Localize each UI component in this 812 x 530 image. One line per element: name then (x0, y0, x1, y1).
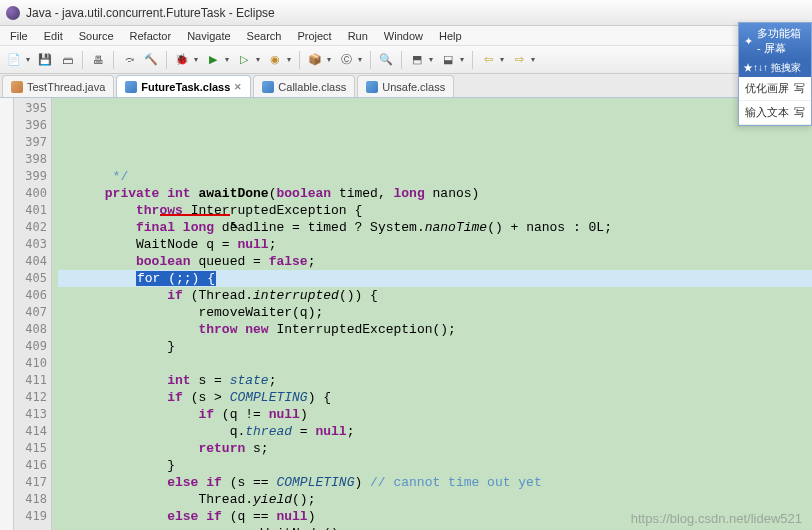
separator (299, 51, 300, 69)
tab-label: TestThread.java (27, 81, 105, 93)
side-panel[interactable]: ✦ 多功能箱 - 屏幕 ★↑↓↑ 拖拽家 优化画屏 写 输入文本 写 (738, 22, 812, 126)
separator (166, 51, 167, 69)
search-button[interactable]: 🔍 (376, 50, 396, 70)
marker-strip[interactable] (0, 98, 14, 530)
dropdown-icon[interactable]: ▾ (287, 55, 294, 64)
separator (401, 51, 402, 69)
line-gutter[interactable]: 395 396 397 398 399 400 401 402 403 404 … (14, 98, 52, 530)
tab-futuretask[interactable]: FutureTask.class ✕ (116, 75, 251, 97)
tab-label: FutureTask.class (141, 81, 230, 93)
panel-row-input[interactable]: 输入文本 写 (739, 101, 811, 125)
window-title: Java - java.util.concurrent.FutureTask -… (26, 6, 275, 20)
separator (370, 51, 371, 69)
task-button[interactable]: ⬓ (438, 50, 458, 70)
menu-search[interactable]: Search (241, 28, 288, 44)
build-button[interactable]: 🔨 (141, 50, 161, 70)
dropdown-icon[interactable]: ▾ (26, 55, 33, 64)
tool-icon: ✦ (744, 35, 753, 48)
code-editor[interactable]: ↖ */ private int awaitDone(boolean timed… (52, 98, 812, 530)
java-file-icon (11, 81, 23, 93)
menu-window[interactable]: Window (378, 28, 429, 44)
toolbar: 📄▾ 💾 🗃 🖶 ⤼ 🔨 🐞▾ ▶▾ ▷▾ ◉▾ 📦▾ Ⓒ▾ 🔍 ⬒▾ ⬓▾ ⇦… (0, 46, 812, 74)
menu-help[interactable]: Help (433, 28, 468, 44)
tab-label: Callable.class (278, 81, 346, 93)
new-button[interactable]: 📄 (4, 50, 24, 70)
tab-callable[interactable]: Callable.class (253, 75, 355, 97)
menu-refactor[interactable]: Refactor (124, 28, 178, 44)
watermark: https://blog.csdn.net/lidew521 (631, 511, 802, 526)
newpkg-button[interactable]: 📦 (305, 50, 325, 70)
eclipse-icon (6, 6, 20, 20)
tab-unsafe[interactable]: Unsafe.class (357, 75, 454, 97)
dropdown-icon[interactable]: ▾ (358, 55, 365, 64)
dropdown-icon[interactable]: ▾ (531, 55, 538, 64)
error-underline (160, 214, 230, 216)
separator (113, 51, 114, 69)
class-file-icon (125, 81, 137, 93)
dropdown-icon[interactable]: ▾ (194, 55, 201, 64)
dropdown-icon[interactable]: ▾ (500, 55, 507, 64)
panel-title[interactable]: ✦ 多功能箱 - 屏幕 (739, 23, 811, 59)
close-icon[interactable]: ✕ (234, 82, 242, 92)
editor-area: 395 396 397 398 399 400 401 402 403 404 … (0, 98, 812, 530)
coverage-button[interactable]: ◉ (265, 50, 285, 70)
dropdown-icon[interactable]: ▾ (460, 55, 467, 64)
print-button[interactable]: 🖶 (88, 50, 108, 70)
class-file-icon (366, 81, 378, 93)
menu-project[interactable]: Project (291, 28, 337, 44)
separator (472, 51, 473, 69)
run-button[interactable]: ▶ (203, 50, 223, 70)
tab-testthread[interactable]: TestThread.java (2, 75, 114, 97)
save-button[interactable]: 💾 (35, 50, 55, 70)
skip-button[interactable]: ⤼ (119, 50, 139, 70)
back-button[interactable]: ⇦ (478, 50, 498, 70)
newclass-button[interactable]: Ⓒ (336, 50, 356, 70)
menu-navigate[interactable]: Navigate (181, 28, 236, 44)
debug-button[interactable]: 🐞 (172, 50, 192, 70)
dropdown-icon[interactable]: ▾ (225, 55, 232, 64)
dropdown-icon[interactable]: ▾ (256, 55, 263, 64)
dropdown-icon[interactable]: ▾ (327, 55, 334, 64)
editor-tabs: TestThread.java FutureTask.class ✕ Calla… (0, 74, 812, 98)
separator (82, 51, 83, 69)
menu-source[interactable]: Source (73, 28, 120, 44)
dropdown-icon[interactable]: ▾ (429, 55, 436, 64)
menu-edit[interactable]: Edit (38, 28, 69, 44)
panel-subtitle: ★↑↓↑ 拖拽家 (739, 59, 811, 77)
menu-file[interactable]: File (4, 28, 34, 44)
saveall-button[interactable]: 🗃 (57, 50, 77, 70)
panel-row-optimize[interactable]: 优化画屏 写 (739, 77, 811, 101)
tab-label: Unsafe.class (382, 81, 445, 93)
class-file-icon (262, 81, 274, 93)
menu-run[interactable]: Run (342, 28, 374, 44)
fwd-button[interactable]: ⇨ (509, 50, 529, 70)
ann-button[interactable]: ⬒ (407, 50, 427, 70)
runlast-button[interactable]: ▷ (234, 50, 254, 70)
menubar: File Edit Source Refactor Navigate Searc… (0, 26, 812, 46)
window-titlebar: Java - java.util.concurrent.FutureTask -… (0, 0, 812, 26)
